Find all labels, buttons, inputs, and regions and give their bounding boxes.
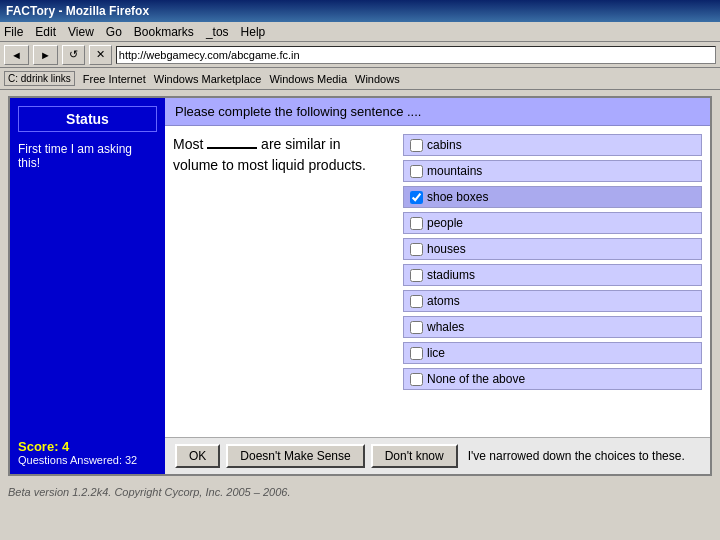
option-cabins[interactable]: cabins [403, 134, 702, 156]
menu-file[interactable]: File [4, 25, 23, 39]
question-before: Most [173, 136, 207, 152]
header-label: Please complete the following sentence .… [175, 104, 421, 119]
doesnt-make-sense-button[interactable]: Doesn't Make Sense [226, 444, 364, 468]
checkbox-lice[interactable] [410, 347, 423, 360]
checkbox-mountains[interactable] [410, 165, 423, 178]
asking-text: First time I am asking this! [18, 142, 157, 170]
checkbox-stadiums[interactable] [410, 269, 423, 282]
bookmark-free-internet[interactable]: Free Internet [83, 73, 146, 85]
menu-bar: File Edit View Go Bookmarks _tos Help [0, 22, 720, 42]
score-label: Score: 4 [18, 439, 157, 454]
menu-go[interactable]: Go [106, 25, 122, 39]
option-lice[interactable]: lice [403, 342, 702, 364]
menu-tools[interactable]: _tos [206, 25, 229, 39]
reload-button[interactable]: ↺ [62, 45, 85, 65]
panel-header: Please complete the following sentence .… [165, 98, 710, 126]
option-people[interactable]: people [403, 212, 702, 234]
address-input[interactable] [116, 46, 716, 64]
toolbar: ◄ ► ↺ ✕ [0, 42, 720, 68]
option-label-people: people [427, 216, 463, 230]
stop-button[interactable]: ✕ [89, 45, 112, 65]
status-label: Status [18, 106, 157, 132]
questions-label: Questions Answered: 32 [18, 454, 157, 466]
option-label-lice: lice [427, 346, 445, 360]
option-label-none-above: None of the above [427, 372, 525, 386]
bookmark-windows-marketplace[interactable]: Windows Marketplace [154, 73, 262, 85]
bookmarks-bar: C: ddrink links Free Internet Windows Ma… [0, 68, 720, 90]
browser-title: FACTory - Mozilla Firefox [6, 4, 149, 18]
bookmark-customize[interactable]: C: ddrink links [4, 71, 75, 86]
menu-edit[interactable]: Edit [35, 25, 56, 39]
checkbox-people[interactable] [410, 217, 423, 230]
bookmark-windows-media[interactable]: Windows Media [269, 73, 347, 85]
question-blank [207, 147, 257, 149]
option-label-whales: whales [427, 320, 464, 334]
title-bar: FACTory - Mozilla Firefox [0, 0, 720, 22]
option-label-shoe-boxes: shoe boxes [427, 190, 488, 204]
main-content: Status First time I am asking this! Scor… [8, 96, 712, 476]
option-atoms[interactable]: atoms [403, 290, 702, 312]
checkbox-houses[interactable] [410, 243, 423, 256]
option-label-houses: houses [427, 242, 466, 256]
option-whales[interactable]: whales [403, 316, 702, 338]
bookmark-windows[interactable]: Windows [355, 73, 400, 85]
forward-button[interactable]: ► [33, 45, 58, 65]
checkbox-atoms[interactable] [410, 295, 423, 308]
question-text: Most are similar in volume to most liqui… [173, 134, 393, 429]
panel-body: Most are similar in volume to most liqui… [165, 126, 710, 437]
footer: Beta version 1.2.2k4. Copyright Cycorp, … [0, 482, 720, 502]
option-none-above[interactable]: None of the above [403, 368, 702, 390]
checkbox-whales[interactable] [410, 321, 423, 334]
option-shoe-boxes[interactable]: shoe boxes [403, 186, 702, 208]
dont-know-button[interactable]: Don't know [371, 444, 458, 468]
option-houses[interactable]: houses [403, 238, 702, 260]
ok-button[interactable]: OK [175, 444, 220, 468]
checkbox-cabins[interactable] [410, 139, 423, 152]
checkbox-shoe-boxes[interactable] [410, 191, 423, 204]
right-panel: Please complete the following sentence .… [165, 98, 710, 474]
footer-text: Beta version 1.2.2k4. Copyright Cycorp, … [8, 486, 291, 498]
menu-bookmarks[interactable]: Bookmarks [134, 25, 194, 39]
option-mountains[interactable]: mountains [403, 160, 702, 182]
option-stadiums[interactable]: stadiums [403, 264, 702, 286]
bottom-buttons: OK Doesn't Make Sense Don't know I've na… [165, 437, 710, 474]
menu-view[interactable]: View [68, 25, 94, 39]
option-label-stadiums: stadiums [427, 268, 475, 282]
option-label-cabins: cabins [427, 138, 462, 152]
menu-help[interactable]: Help [241, 25, 266, 39]
narrowed-text: I've narrowed down the choices to these. [468, 449, 685, 463]
back-button[interactable]: ◄ [4, 45, 29, 65]
option-label-mountains: mountains [427, 164, 482, 178]
checkbox-none-above[interactable] [410, 373, 423, 386]
option-label-atoms: atoms [427, 294, 460, 308]
options-list: cabins mountains shoe boxes people house… [403, 134, 702, 429]
sidebar: Status First time I am asking this! Scor… [10, 98, 165, 474]
